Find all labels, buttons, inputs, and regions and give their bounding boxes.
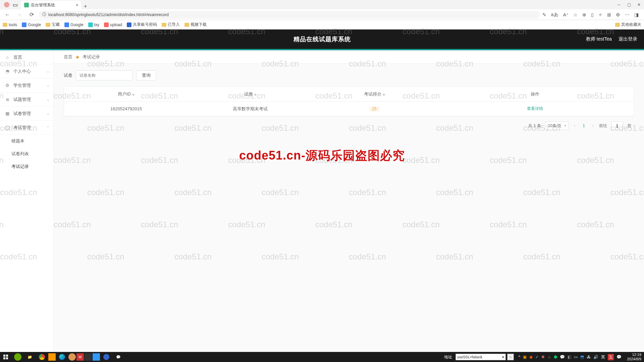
- tb-addr-input[interactable]: useSSL=false&▾: [455, 354, 506, 360]
- tray-icon[interactable]: 💬: [560, 355, 565, 359]
- sidebar-item-papers[interactable]: ▦ 试卷管理 ⌄: [0, 107, 53, 121]
- page-next-button[interactable]: ›: [591, 123, 595, 128]
- tray-icon[interactable]: ⬒: [580, 355, 584, 359]
- th-score[interactable]: 考试得分◆: [312, 91, 436, 97]
- chevron-down-icon: ⌄: [47, 112, 49, 115]
- tab-overview-icon[interactable]: ▭: [13, 2, 18, 8]
- th-userid[interactable]: 用户ID◆: [64, 91, 188, 97]
- tray-icon[interactable]: ✓: [535, 355, 539, 359]
- chevron-down-icon: ⌄: [47, 98, 49, 101]
- tray-icon[interactable]: ♨: [547, 355, 551, 359]
- text-size-icon[interactable]: A⁺: [563, 12, 569, 17]
- link-icon[interactable]: ⚙: [616, 12, 620, 17]
- svg-rect-3: [6, 357, 8, 359]
- sidebar-toggle-icon[interactable]: ◨: [634, 12, 639, 17]
- tray-icon[interactable]: ▣: [523, 355, 527, 359]
- sidebar-sub-paperlist[interactable]: 试卷列表: [0, 147, 53, 160]
- tab-close-button[interactable]: ×: [76, 2, 78, 8]
- window-minimize-button[interactable]: ─: [616, 2, 621, 7]
- tray-icon[interactable]: ◧: [568, 355, 571, 359]
- split-icon[interactable]: ▯: [591, 12, 594, 17]
- bookmark-google2[interactable]: Google: [64, 22, 84, 27]
- edit-icon[interactable]: ✎: [542, 12, 546, 17]
- window-close-button[interactable]: ✕: [637, 2, 641, 7]
- new-tab-button[interactable]: +: [81, 3, 90, 9]
- tb-app-4[interactable]: [101, 352, 112, 362]
- tb-chrome[interactable]: [36, 352, 48, 362]
- tb-clock[interactable]: 12:19 2024/8/9: [624, 353, 644, 361]
- breadcrumb-home[interactable]: 首页: [64, 54, 72, 60]
- tray-volume-icon[interactable]: 🔊: [593, 355, 598, 359]
- search-label: 试卷: [64, 72, 72, 78]
- ext2-icon[interactable]: ⊞: [607, 12, 611, 17]
- reload-button[interactable]: ⟳: [27, 10, 36, 19]
- tb-edge[interactable]: [56, 352, 68, 362]
- tb-app-3[interactable]: [93, 353, 100, 361]
- profile-icon[interactable]: [4, 2, 9, 7]
- breadcrumb: 首页 ◆ 考试记录: [54, 50, 644, 64]
- favorite-icon[interactable]: ☆: [573, 12, 578, 17]
- sidebar-item-questions[interactable]: ≣ 试题管理 ⌄: [0, 93, 53, 107]
- tab-title: 后台管理系统: [31, 2, 55, 8]
- tray-notif-icon[interactable]: 💬: [616, 355, 622, 359]
- tb-app-1[interactable]: [14, 353, 21, 361]
- bookmark-bar: tools Google 宝藏 Google txy upload 共享账号密码…: [0, 20, 644, 29]
- more-icon[interactable]: ⋯: [625, 12, 630, 17]
- vue-favicon-icon: [24, 3, 29, 7]
- translate-icon[interactable]: aあ: [551, 12, 558, 18]
- tray-icon[interactable]: ⬢: [554, 355, 557, 359]
- tray-ime[interactable]: 英: [601, 354, 605, 360]
- view-detail-link[interactable]: 查看详情: [527, 106, 543, 111]
- tb-wechat[interactable]: 💬: [113, 352, 124, 362]
- user-label[interactable]: 教师 testTea: [586, 36, 612, 42]
- bookmark-video[interactable]: 视频下载: [184, 22, 207, 27]
- bookmark-other[interactable]: 其他收藏夹: [615, 22, 641, 27]
- sidebar-item-home[interactable]: ⌂ 首页: [0, 50, 53, 64]
- tb-explorer[interactable]: 📁: [24, 352, 36, 362]
- collections-icon[interactable]: ✧: [598, 12, 602, 17]
- tb-wps[interactable]: W: [76, 353, 84, 361]
- search-input[interactable]: [76, 70, 133, 80]
- tb-go-button[interactable]: →: [507, 354, 514, 360]
- tb-app-2[interactable]: [68, 353, 76, 361]
- window-maximize-button[interactable]: ▢: [627, 2, 631, 7]
- start-button[interactable]: [0, 352, 11, 362]
- sidebar-item-exams[interactable]: ◯ 考试管理 ⌃: [0, 121, 53, 135]
- tray-icon[interactable]: ◉: [529, 355, 533, 359]
- tray-up-icon[interactable]: ^: [519, 355, 521, 359]
- browser-tab[interactable]: 后台管理系统 ×: [21, 1, 81, 9]
- logout-button[interactable]: 退出登录: [619, 36, 637, 42]
- sidebar-sub-examrecord[interactable]: 考试记录: [0, 160, 53, 173]
- bookmark-baozang[interactable]: 宝藏: [46, 22, 60, 27]
- page-goto-input[interactable]: [611, 121, 623, 130]
- bookmark-google[interactable]: Google: [22, 22, 41, 27]
- search-button[interactable]: 查询: [136, 70, 156, 80]
- sidebar-item-label: 首页: [13, 54, 22, 60]
- bookmark-shared[interactable]: 共享账号密码: [127, 22, 157, 27]
- bookmark-txy[interactable]: txy: [88, 22, 99, 27]
- sidebar-item-students[interactable]: ⚙ 学生管理 ⌄: [0, 78, 53, 93]
- tray-network-icon[interactable]: 🖧: [587, 355, 591, 359]
- bookmark-upload[interactable]: upload: [104, 22, 122, 27]
- tray-icon[interactable]: ❋: [541, 355, 545, 359]
- tb-idea[interactable]: [85, 353, 92, 361]
- main: ⌂ 首页 ◓ 个人中心 ⌄ ⚙ 学生管理 ⌄ ≣ 试题管理 ⌄ ▦ 试卷管理 ⌄…: [0, 50, 644, 352]
- sidebar-item-personal[interactable]: ◓ 个人中心 ⌄: [0, 64, 53, 78]
- bookmark-tools[interactable]: tools: [3, 22, 17, 27]
- back-button[interactable]: ←: [3, 10, 12, 19]
- chevron-up-icon: ⌃: [47, 126, 49, 129]
- sidebar-item-label: 个人中心: [13, 68, 31, 74]
- bookmark-imported[interactable]: 已导入: [162, 22, 180, 27]
- th-paper[interactable]: 试卷◆: [188, 91, 312, 97]
- page-size-select[interactable]: 10条/页 ▾: [545, 121, 569, 130]
- forward-button[interactable]: →: [15, 10, 24, 19]
- tb-sublime[interactable]: [48, 353, 56, 361]
- page-current[interactable]: 1: [581, 123, 587, 128]
- sidebar-sub-wrongbook[interactable]: 错题本: [0, 135, 53, 147]
- tray-ime2[interactable]: 五: [608, 354, 614, 360]
- extensions-icon[interactable]: ⊕: [582, 12, 586, 17]
- page-prev-button[interactable]: ‹: [573, 123, 577, 128]
- url-input[interactable]: ⓘ localhost:8080/springbootu521z/admin/d…: [39, 11, 540, 19]
- tray-icon[interactable]: ▭: [574, 355, 578, 359]
- user-icon: ◓: [5, 69, 10, 74]
